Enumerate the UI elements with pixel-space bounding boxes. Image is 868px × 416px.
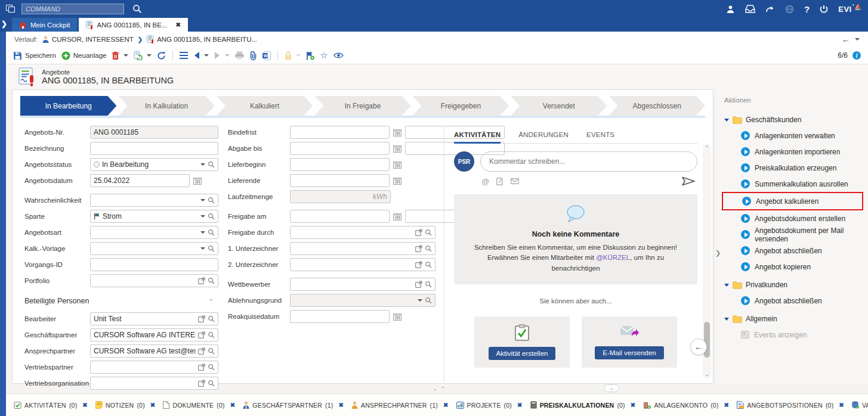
scrollbar-thumb[interactable]	[704, 322, 710, 358]
open-record-icon[interactable]	[198, 331, 205, 339]
close-area-icon[interactable]: ✖	[443, 402, 449, 408]
bearbeiter-field[interactable]	[94, 313, 196, 324]
close-area-icon[interactable]: ✖	[230, 402, 236, 408]
angebotsdatum-field[interactable]	[94, 175, 186, 186]
lookup-icon[interactable]	[425, 245, 432, 252]
action-angebotsdokument-erstellen[interactable]: Angebotsdokument erstellen	[724, 210, 868, 226]
lookup-icon[interactable]	[425, 261, 432, 268]
menu-button[interactable]	[180, 52, 188, 59]
close-area-icon[interactable]: ✖	[517, 402, 523, 408]
action-angebot-kalkulieren[interactable]: Angebot kalkulieren	[725, 193, 862, 209]
kalk-vorlage-field[interactable]	[94, 243, 197, 254]
favorite-button[interactable]: ☆	[320, 50, 328, 61]
lookup-icon[interactable]	[208, 315, 215, 322]
user-icon[interactable]	[726, 5, 735, 14]
vertriebsorganisation-field[interactable]	[94, 378, 196, 389]
send-comment-icon[interactable]	[682, 176, 695, 186]
action-preiskalkulation-erzeugen[interactable]: Preiskalkulation erzeugen	[724, 160, 868, 176]
open-record-icon[interactable]	[415, 261, 422, 268]
panel-resize-handle[interactable]: ❯	[715, 249, 721, 257]
bottom-tab-notizen[interactable]: NOTIZEN(0) ✖	[94, 401, 157, 409]
folder-expanded-icon[interactable]	[724, 284, 729, 287]
collapse-section-icon[interactable]: ⌃	[209, 298, 214, 305]
stage-versendet[interactable]: Versendet	[511, 96, 607, 116]
wahrscheinlichkeit-field[interactable]	[94, 195, 197, 206]
delete-button[interactable]	[112, 51, 128, 60]
lookup-icon[interactable]	[208, 161, 215, 168]
dropdown-icon[interactable]	[200, 199, 205, 201]
action-angebotsdokument-per-mail[interactable]: Angebotsdokument per Mail versenden	[724, 226, 868, 243]
dropdown-icon[interactable]	[200, 247, 205, 250]
lookup-icon[interactable]	[208, 364, 215, 371]
open-record-icon[interactable]	[198, 380, 205, 387]
splitter-chevrons[interactable]: ⌄ ⌃	[433, 386, 446, 392]
tab-events[interactable]: EVENTS	[586, 126, 614, 144]
open-record-icon[interactable]	[198, 315, 205, 322]
bindefrist-field[interactable]	[294, 127, 386, 138]
lookup-icon[interactable]	[208, 331, 215, 339]
bottom-tab-ansprechpartner[interactable]: ANSPRECHPARTNER(1) ✖	[350, 401, 450, 409]
bottom-tab-angebotspositionen[interactable]: ANGEBOTSPOSITIONEN(0) ✖	[735, 401, 846, 409]
tab-record-active[interactable]: ANG 0001185, IN BE... ✖	[79, 18, 187, 32]
redo-icon[interactable]	[765, 5, 775, 13]
close-area-icon[interactable]: ✖	[631, 402, 636, 408]
bezeichnung-field[interactable]	[94, 143, 215, 154]
close-area-icon[interactable]: ✖	[150, 402, 156, 408]
comment-input[interactable]	[489, 157, 688, 166]
folder-expanded-icon[interactable]	[724, 119, 729, 122]
vertriebspartner-field[interactable]	[94, 362, 196, 372]
create-activity-button[interactable]: Aktivität erstellen	[489, 347, 556, 360]
calendar-icon[interactable]	[193, 177, 202, 185]
open-record-icon[interactable]	[415, 281, 422, 288]
lookup-icon[interactable]	[208, 197, 215, 204]
lookup-icon[interactable]	[208, 245, 215, 252]
action-angebot-abschliessen-privat[interactable]: Angebot abschließen	[724, 293, 868, 309]
calendar-icon[interactable]	[393, 129, 401, 136]
lookup-icon[interactable]	[425, 297, 432, 304]
bottom-tab-preiskalkulationen[interactable]: PREISKALKULATIONEN(0) ✖	[529, 401, 638, 409]
folder-privatkunden[interactable]: Privatkunden	[724, 277, 868, 293]
unterzeichner2-field[interactable]	[294, 259, 413, 270]
open-record-icon[interactable]	[198, 347, 205, 355]
ansprechpartner-field[interactable]	[94, 346, 196, 356]
tab-aktivitaeten[interactable]: AKTIVITÄTEN	[454, 126, 501, 144]
stage-in-bearbeitung[interactable]: In Bearbeitung	[20, 96, 116, 116]
help-icon[interactable]: ?	[804, 4, 810, 14]
close-tab-icon[interactable]: ✖	[176, 21, 181, 28]
open-record-icon[interactable]	[198, 277, 205, 284]
bottom-tab-variante[interactable]: VARIANTE(0) ✖	[850, 401, 868, 409]
calendar-icon[interactable]	[393, 313, 401, 321]
inbox-icon[interactable]	[745, 5, 755, 13]
dropdown-icon[interactable]	[418, 299, 422, 302]
open-record-icon[interactable]	[198, 364, 205, 371]
bottom-tab-aktivitaeten[interactable]: AKTIVITÄTEN(0) ✖	[12, 401, 89, 409]
copy-record-button[interactable]	[134, 51, 152, 60]
bottom-tab-geschaeftspartner[interactable]: GESCHÄFTSPARTNER(1) ✖	[241, 401, 345, 409]
prev-dropdown-icon[interactable]	[204, 54, 209, 57]
delete-dropdown-icon[interactable]	[123, 54, 128, 57]
lieferende-field[interactable]	[294, 175, 386, 186]
bottom-tab-dokumente[interactable]: DOKUMENTE(0) ✖	[161, 401, 237, 409]
dropdown-icon[interactable]	[200, 163, 205, 166]
reakquisedatum-field[interactable]	[294, 311, 386, 322]
folder-allgemein[interactable]: Allgemein	[724, 311, 868, 327]
section-beteiligte-personen[interactable]: Beteiligte Personen ⌃	[24, 297, 218, 305]
collapse-panel-button[interactable]: ←	[690, 339, 707, 355]
folder-geschaeftskunden[interactable]: Geschäftskunden	[724, 112, 868, 128]
info-icon[interactable]: i	[852, 51, 861, 60]
scroll-down-icon[interactable]: ⌄	[703, 371, 711, 377]
dropdown-icon[interactable]	[200, 231, 205, 234]
tab-mein-cockpit[interactable]: Mein Cockpit	[12, 18, 77, 32]
save-button[interactable]: Speichern	[13, 51, 56, 60]
action-anlagenkonten-importieren[interactable]: Anlagenkonten importieren	[724, 144, 868, 160]
sparte-field[interactable]	[103, 211, 197, 222]
stage-in-kalkulation[interactable]: In Kalkulation	[118, 96, 214, 116]
lookup-icon[interactable]	[425, 229, 432, 236]
breadcrumb-record[interactable]: ANG 0001185, IN BEARBEITU...	[147, 35, 257, 44]
bottom-tab-anlagenkonto[interactable]: ANLAGENKONTO(0) ✖	[641, 401, 731, 409]
freigabe-am-field[interactable]	[294, 211, 386, 222]
abgabe-bis-field[interactable]	[294, 143, 386, 154]
geschaeftspartner-field[interactable]	[94, 330, 196, 340]
lookup-icon[interactable]	[208, 347, 215, 355]
stage-in-freigabe[interactable]: In Freigabe	[314, 96, 410, 116]
